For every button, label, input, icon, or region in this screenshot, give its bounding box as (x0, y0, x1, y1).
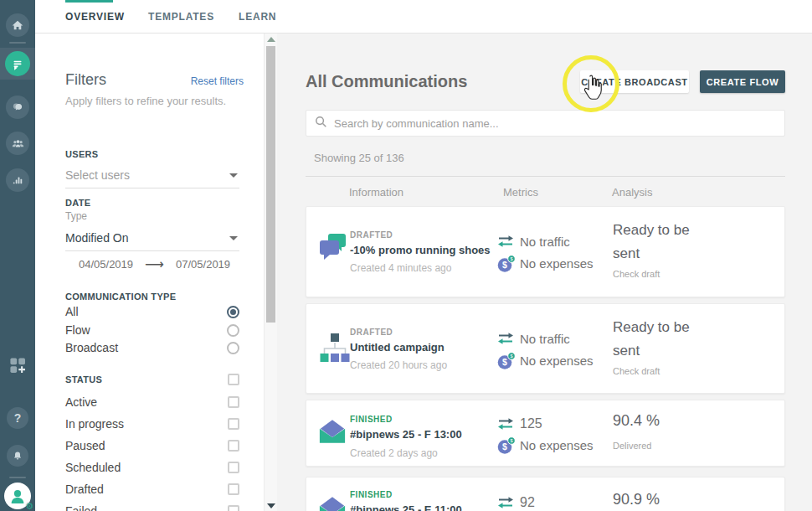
created-timestamp: Created 2 days ago (350, 447, 438, 459)
communication-title[interactable]: -10% promo running shoes (350, 244, 491, 256)
communication-title[interactable]: #bipnews 25 - E 11:00 (350, 503, 462, 511)
analysis-value: 90.9 % (613, 488, 717, 511)
radio-label: All (65, 305, 79, 318)
search-input[interactable] (334, 117, 784, 130)
radio-icon[interactable] (227, 342, 239, 354)
checkbox-label: Paused (65, 439, 105, 452)
svg-text:$: $ (510, 438, 512, 443)
envelope-icon (318, 495, 347, 511)
date-to-field[interactable]: 07/05/2019 (176, 258, 230, 271)
radio-icon[interactable] (227, 324, 239, 337)
communication-title[interactable]: #bipnews 25 - F 13:00 (350, 428, 462, 441)
tab-overview[interactable]: OVERVIEW (65, 0, 125, 34)
checkbox-label: Failed (65, 504, 97, 511)
expenses-value: No expenses (520, 256, 594, 271)
contacts-icon (6, 132, 29, 155)
users-label: USERS (65, 149, 98, 159)
checkbox-icon[interactable] (228, 483, 239, 495)
checkbox-label: Scheduled (65, 461, 121, 474)
sidebar-item-help[interactable]: ? (0, 400, 35, 436)
expenses-coin-icon: $$ (497, 255, 516, 276)
checkbox-icon[interactable] (228, 418, 239, 430)
radio-selected-icon[interactable] (227, 306, 239, 318)
scroll-down-arrow-icon[interactable] (267, 503, 275, 508)
radio-label: Flow (65, 323, 90, 337)
checkbox-option-active[interactable]: Active (65, 395, 239, 409)
sidebar-item-chats[interactable] (0, 89, 35, 126)
communication-row[interactable]: FINISHED #bipnews 25 - E 11:00 92 $$ 90.… (306, 477, 785, 511)
communication-row[interactable]: FINISHED #bipnews 25 - F 13:00 Created 2… (306, 400, 785, 467)
checkbox-label: Active (65, 395, 97, 409)
checkbox-option-paused[interactable]: Paused (65, 439, 239, 452)
svg-text:$: $ (502, 441, 507, 452)
radio-option-all[interactable]: All (65, 305, 239, 318)
checkbox-icon[interactable] (228, 396, 239, 408)
sidebar-item-contacts[interactable] (0, 125, 35, 162)
main-content: All Communications CREATE BROADCAST CREA… (277, 34, 812, 511)
checkbox-option-drafted[interactable]: Drafted (65, 483, 239, 496)
communication-row[interactable]: DRAFTED Untitled campaign Created 20 hou… (306, 303, 785, 394)
status-badge: FINISHED (350, 415, 393, 424)
communication-title[interactable]: Untitled campaign (350, 341, 445, 354)
reset-filters-link[interactable]: Reset filters (191, 75, 244, 87)
traffic-value: No traffic (520, 332, 570, 346)
status-badge: FINISHED (350, 490, 393, 499)
create-broadcast-button[interactable]: CREATE BROADCAST (580, 70, 689, 93)
date-from-field[interactable]: 04/05/2019 (79, 258, 133, 271)
sidebar-item-apps[interactable] (0, 348, 35, 385)
scrollbar-thumb[interactable] (266, 46, 275, 323)
app-window: ? ⚙ OVERVIEW TEMPLATES LEARN Filters (0, 0, 812, 511)
chevron-down-icon (229, 173, 238, 178)
checkbox-icon[interactable] (228, 440, 239, 452)
sidebar-item-home[interactable] (0, 7, 35, 44)
date-type-label: Type (65, 210, 87, 222)
radio-option-broadcast[interactable]: Broadcast (65, 341, 239, 354)
checkbox-label: In progress (65, 417, 124, 431)
column-header-metrics: Metrics (503, 186, 538, 199)
tab-templates[interactable]: TEMPLATES (148, 0, 214, 34)
filters-subtitle: Apply filters to refine your results. (65, 95, 226, 107)
status-label: STATUS (65, 374, 102, 385)
search-bar (306, 110, 785, 137)
filters-title: Filters (65, 71, 106, 89)
chats-icon (6, 95, 29, 119)
traffic-value: 92 (520, 495, 535, 510)
checkbox-icon[interactable] (228, 462, 239, 473)
sidebar-item-notifications[interactable] (0, 437, 35, 474)
date-type-dropdown[interactable]: Modified On (65, 230, 239, 251)
user-avatar[interactable]: ⚙ (4, 483, 31, 509)
tab-learn[interactable]: LEARN (239, 0, 276, 34)
traffic-arrows-icon (497, 235, 514, 251)
checkbox-icon[interactable] (228, 505, 239, 511)
sidebar-item-communications-active[interactable] (0, 48, 35, 80)
date-range: 04/05/2019 ⟶ 07/05/2019 (79, 256, 230, 272)
home-icon (6, 13, 29, 37)
sidebar-divider (9, 42, 26, 44)
select-users-dropdown[interactable]: Select users (65, 168, 239, 188)
communication-row[interactable]: DRAFTED -10% promo running shoes Created… (306, 206, 785, 297)
communication-type-label: COMMUNICATION TYPE (65, 292, 176, 302)
filters-scrollbar[interactable] (264, 34, 277, 511)
status-badge: DRAFTED (350, 230, 393, 240)
checkbox-option-failed[interactable]: Failed (65, 504, 239, 511)
flow-tree-icon (318, 331, 352, 369)
checkbox-icon[interactable] (228, 374, 239, 385)
svg-text:$: $ (510, 256, 512, 261)
apps-icon (8, 355, 28, 379)
top-tab-bar: OVERVIEW TEMPLATES LEARN (35, 0, 812, 34)
sidebar-item-analytics[interactable] (0, 162, 35, 199)
traffic-arrows-icon (497, 417, 514, 434)
analysis-sub-label: Delivered (613, 441, 651, 451)
search-icon (315, 116, 327, 132)
expenses-coin-icon: $$ (497, 352, 516, 374)
analysis-sub-label[interactable]: Check draft (613, 366, 660, 376)
checkbox-option-in-progress[interactable]: In progress (65, 417, 239, 431)
create-flow-button[interactable]: CREATE FLOW (700, 70, 785, 93)
radio-label: Broadcast (65, 341, 118, 354)
checkbox-option-scheduled[interactable]: Scheduled (65, 461, 239, 474)
notifications-icon (7, 445, 28, 467)
created-timestamp: Created 20 hours ago (350, 359, 447, 371)
scroll-up-arrow-icon[interactable] (267, 37, 275, 42)
radio-option-flow[interactable]: Flow (65, 323, 239, 337)
analysis-sub-label[interactable]: Check draft (613, 269, 660, 279)
